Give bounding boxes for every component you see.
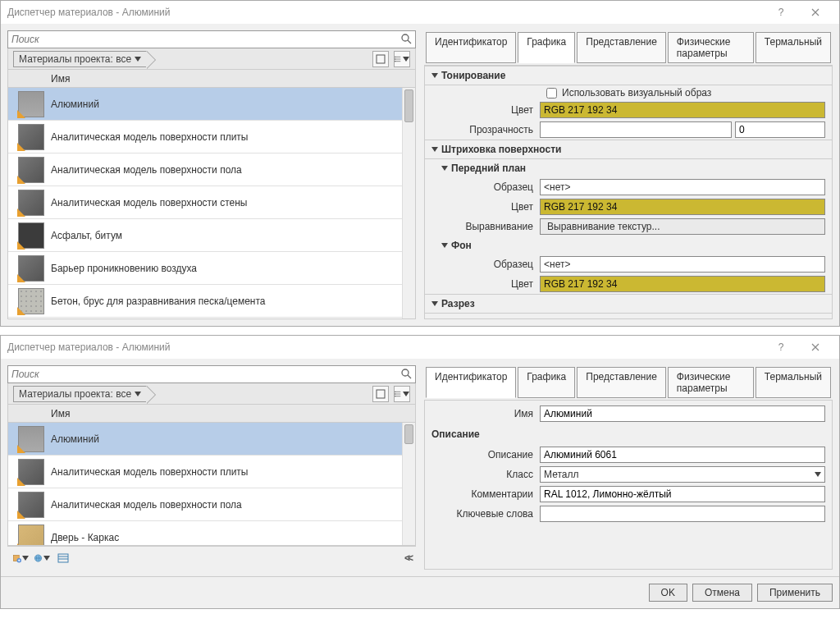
tab-thermal[interactable]: Термальный (756, 367, 831, 398)
label-bg-pattern: Образец (425, 259, 540, 270)
tab-identity[interactable]: Идентификатор (426, 32, 516, 63)
label-pattern: Образец (425, 181, 540, 193)
material-name-field[interactable] (540, 405, 825, 422)
class-dropdown[interactable]: Металл (540, 466, 825, 483)
label-bg-color: Цвет (425, 278, 540, 290)
tab-thermal[interactable]: Термальный (756, 32, 831, 63)
shading-color-field[interactable]: RGB 217 192 34 (540, 102, 825, 118)
search-input[interactable] (11, 34, 400, 45)
label-color: Цвет (425, 104, 540, 116)
material-name: Алюминий (51, 433, 99, 445)
label-transparency: Прозрачность (425, 124, 540, 135)
list-item[interactable]: Бетон, брус для разравнивания песка/цеме… (8, 285, 415, 318)
material-thumbnail (18, 255, 44, 282)
list-item[interactable]: Асфальт, битум (8, 219, 415, 252)
close-icon (811, 343, 819, 351)
scroll-thumb[interactable] (404, 424, 413, 444)
material-thumbnail (18, 288, 44, 314)
label-name: Имя (425, 408, 540, 419)
svg-point-8 (395, 393, 395, 394)
list-item[interactable]: Дверь - Каркас (8, 521, 415, 546)
close-button[interactable] (798, 1, 833, 24)
subsection-background[interactable]: Фон (425, 236, 832, 254)
new-material-button[interactable] (12, 550, 29, 566)
label-fg-color: Цвет (425, 201, 540, 213)
tab-physical[interactable]: Физические параметры (668, 367, 754, 398)
material-manager-window-2: Диспетчер материалов - Алюминий ? Матери… (0, 335, 840, 609)
subsection-foreground[interactable]: Передний план (425, 159, 832, 177)
list-item[interactable]: Аналитическая модель поверхности пола (8, 153, 415, 186)
foreground-pattern-field[interactable]: <нет> (540, 179, 825, 195)
list-item[interactable]: Аналитическая модель поверхности плиты (8, 456, 415, 488)
collapse-panel-button[interactable]: << (404, 552, 411, 564)
transparency-slider[interactable] (540, 121, 732, 138)
section-shading[interactable]: Тонирование (425, 66, 832, 85)
list-item[interactable]: Аналитическая модель поверхности стены (8, 186, 415, 219)
left-panel: Материалы проекта: все Имя Алюминий (7, 365, 416, 570)
project-materials-filter[interactable]: Материалы проекта: все (13, 386, 147, 402)
dropdown-icon (43, 556, 50, 561)
tab-appearance[interactable]: Представление (577, 367, 666, 398)
ok-button[interactable]: OK (649, 584, 687, 602)
cancel-button[interactable]: Отмена (692, 584, 752, 602)
view-mode-grid-button[interactable] (372, 386, 389, 402)
use-render-appearance-checkbox[interactable] (546, 88, 557, 98)
section-cut[interactable]: Разрез (425, 294, 832, 314)
material-name: Дверь - Каркас (51, 532, 119, 543)
expand-icon (441, 243, 448, 248)
tab-appearance[interactable]: Представление (577, 32, 666, 63)
svg-point-0 (402, 34, 409, 41)
texture-alignment-button[interactable]: Выравнивание текстур... (540, 218, 825, 235)
label-description: Описание (425, 449, 540, 460)
tab-graphics[interactable]: Графика (518, 367, 575, 398)
view-mode-list-button[interactable] (394, 386, 410, 402)
scrollbar[interactable] (402, 423, 415, 545)
dropdown-icon (22, 556, 29, 561)
material-name: Аналитическая модель поверхности плиты (51, 466, 248, 478)
foreground-color-field[interactable]: RGB 217 192 34 (540, 199, 825, 215)
material-name: Алюминий (51, 98, 99, 110)
column-header-name[interactable]: Имя (7, 405, 416, 423)
list-item[interactable]: Аналитическая модель поверхности плиты (8, 121, 415, 153)
asset-browser-button[interactable] (55, 550, 71, 566)
window-title: Диспетчер материалов - Алюминий (7, 7, 764, 18)
list-item[interactable]: Алюминий (8, 423, 415, 456)
comments-field[interactable] (540, 486, 825, 502)
view-mode-list-button[interactable] (394, 51, 410, 67)
apply-button[interactable]: Применить (757, 584, 833, 602)
background-pattern-field[interactable]: <нет> (540, 256, 825, 273)
help-button[interactable]: ? (764, 1, 798, 24)
tab-graphics[interactable]: Графика (518, 32, 575, 63)
project-materials-filter[interactable]: Материалы проекта: все (13, 51, 147, 67)
view-mode-grid-button[interactable] (372, 51, 389, 67)
dropdown-icon (135, 392, 141, 396)
search-box[interactable] (7, 30, 416, 48)
tab-physical[interactable]: Физические параметры (668, 32, 754, 63)
svg-point-7 (395, 391, 395, 392)
transparency-value[interactable]: 0 (735, 121, 825, 138)
list-item[interactable]: Аналитическая модель поверхности пола (8, 488, 415, 521)
material-name: Аналитическая модель поверхности пола (51, 164, 242, 176)
dropdown-icon (403, 57, 409, 62)
dialog-buttons: OK Отмена Применить (1, 576, 839, 608)
search-input[interactable] (11, 369, 400, 380)
label-alignment: Выравнивание (425, 221, 540, 232)
list-item[interactable]: Алюминий (8, 88, 415, 121)
keywords-field[interactable] (540, 506, 825, 522)
material-list: Алюминий Аналитическая модель поверхност… (7, 88, 416, 319)
scroll-thumb[interactable] (404, 89, 413, 122)
section-surface-pattern[interactable]: Штриховка поверхности (425, 140, 832, 159)
background-color-field[interactable]: RGB 217 192 34 (540, 276, 825, 292)
column-header-name[interactable]: Имя (7, 70, 416, 88)
list-item[interactable]: Барьер проникновению воздуха (8, 252, 415, 285)
scrollbar[interactable] (402, 88, 415, 318)
section-description: Описание (425, 424, 832, 445)
material-name: Аналитическая модель поверхности плиты (51, 131, 248, 143)
help-button[interactable]: ? (764, 336, 798, 359)
tab-identity[interactable]: Идентификатор (426, 367, 516, 398)
description-field[interactable] (540, 447, 825, 463)
material-name: Аналитическая модель поверхности стены (51, 197, 247, 208)
library-button[interactable] (34, 550, 50, 566)
search-box[interactable] (7, 365, 416, 383)
close-button[interactable] (798, 336, 833, 359)
